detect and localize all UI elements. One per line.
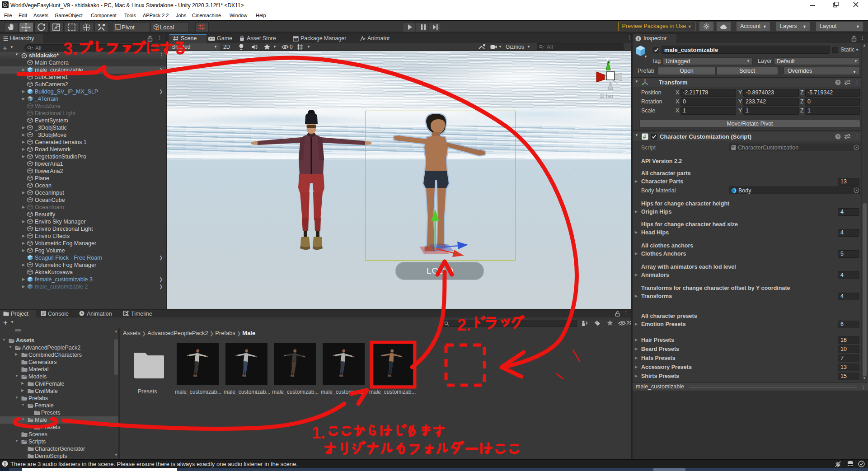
svg-text:?: ?: [837, 80, 840, 85]
svg-text:y: y: [606, 55, 609, 61]
svg-text:?: ?: [837, 135, 840, 139]
svg-text:#: #: [643, 134, 646, 140]
